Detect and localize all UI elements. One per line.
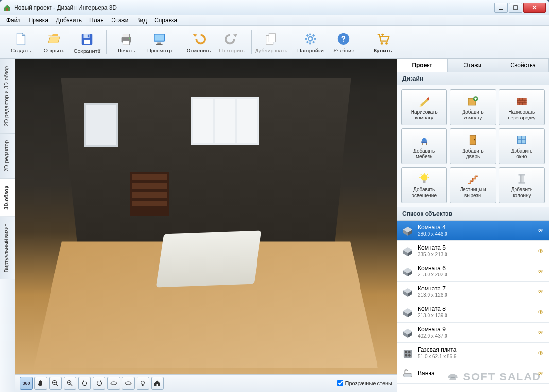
visibility-icon[interactable]: 👁 (537, 289, 545, 295)
object-size: 280.0 x 446.0 (418, 231, 537, 237)
svg-rect-22 (305, 38, 307, 40)
visibility-icon[interactable]: 👁 (537, 248, 545, 255)
menu-item-6[interactable]: Справка (151, 16, 181, 25)
transparent-walls-checkbox[interactable] (337, 380, 343, 386)
visibility-icon[interactable]: 👁 (537, 370, 545, 377)
viewtool-home[interactable] (151, 377, 164, 390)
design-add-column-button[interactable]: Добавитьколонну (499, 167, 545, 203)
object-row[interactable]: Газовая плита51.0 x 62.1 x 86.9 👁 (397, 343, 549, 363)
design-add-door-button[interactable]: Добавитьдверь (450, 128, 496, 164)
open-button[interactable]: Открыть (37, 28, 70, 57)
vtab-2d3d[interactable]: 2D-редактор и 3D-обзор (0, 59, 15, 133)
object-size: 213.0 x 139.0 (418, 313, 537, 319)
design-draw-wall-button[interactable]: Нарисоватьперегородку (499, 89, 545, 125)
svg-rect-9 (123, 40, 129, 44)
obj-room-icon (401, 286, 415, 298)
svg-rect-46 (423, 180, 426, 183)
viewtool-rot-l[interactable] (78, 377, 91, 390)
toolbar-label: Повторить (219, 48, 245, 53)
viewtool-360[interactable]: 360 (20, 377, 33, 390)
transparent-walls-toggle[interactable]: Прозрачные стены (337, 380, 392, 386)
rtab-floors[interactable]: Этажи (448, 59, 498, 72)
save-button[interactable]: Сохранить▼ (70, 28, 103, 57)
toolbar-separator (179, 30, 179, 54)
object-row[interactable]: Комната 6213.0 x 202.0 👁 (397, 261, 549, 282)
objects-list[interactable]: Комната 4280.0 x 446.0 👁 Комната 5335.0 … (397, 221, 549, 392)
design-stairs-button[interactable]: Лестницы ивырезы (450, 167, 496, 203)
visibility-icon[interactable]: 👁 (537, 227, 545, 234)
titlebar[interactable]: Новый проект - Дизайн Интерьера 3D (0, 0, 549, 15)
svg-rect-24 (309, 33, 311, 35)
design-add-furniture-button[interactable]: Добавитьмебель (401, 128, 447, 164)
svg-rect-40 (517, 98, 527, 105)
toolbar-label: Настройки (297, 48, 324, 53)
svg-rect-14 (156, 44, 162, 45)
object-row[interactable]: Комната 5335.0 x 213.0 👁 (397, 241, 549, 261)
minimize-button[interactable] (494, 3, 508, 13)
design-button-label: Добавитькомнату (462, 109, 483, 121)
create-button[interactable]: Создать (4, 28, 37, 57)
menu-item-2[interactable]: Добавить (52, 16, 86, 25)
object-name: Комната 6 (418, 265, 537, 272)
object-row[interactable]: Комната 9402.0 x 437.0 👁 (397, 323, 549, 343)
obj-room-icon (401, 245, 415, 257)
obj-room-icon (401, 266, 415, 277)
settings-button[interactable]: Настройки (294, 28, 327, 57)
viewtool-light[interactable] (137, 377, 149, 390)
tutorial-button[interactable]: ?Учебник (327, 28, 360, 57)
visibility-icon[interactable]: 👁 (537, 268, 545, 275)
preview-button[interactable]: Просмотр (143, 28, 176, 57)
menu-item-3[interactable]: План (86, 16, 107, 25)
toolbar: СоздатьОткрытьСохранить▼ПечатьПросмотрОт… (0, 26, 549, 59)
undo-icon (191, 31, 206, 47)
design-add-window-button[interactable]: Добавитьокно (499, 128, 545, 164)
room-plus-icon (466, 94, 480, 108)
visibility-icon[interactable]: 👁 (537, 329, 545, 336)
object-row[interactable]: Комната 8213.0 x 139.0 👁 (397, 302, 549, 323)
object-row[interactable]: Комната 7213.0 x 126.0 👁 (397, 282, 549, 302)
visibility-icon[interactable]: 👁 (537, 309, 545, 316)
viewtool-orbit-r[interactable] (122, 377, 135, 390)
redo-icon (224, 31, 240, 47)
visibility-icon[interactable]: 👁 (537, 350, 545, 357)
undo-button[interactable]: Отменить (182, 28, 215, 57)
print-button[interactable]: Печать (110, 28, 143, 57)
viewtool-zoomin[interactable] (64, 377, 76, 390)
viewtool-zoomout[interactable] (49, 377, 62, 390)
design-add-room-button[interactable]: Добавитькомнату (450, 89, 496, 125)
3d-scene[interactable] (15, 59, 397, 374)
menu-item-1[interactable]: Правка (25, 16, 52, 25)
object-row[interactable]: Ванна 👁 (397, 363, 549, 384)
close-button[interactable] (523, 3, 546, 13)
object-row[interactable]: Комната 4280.0 x 446.0 👁 (397, 221, 549, 241)
buy-button[interactable]: Купить (366, 28, 399, 57)
rtab-properties[interactable]: Свойства (498, 59, 549, 72)
object-name: Ванна (418, 370, 537, 376)
viewtool-pan[interactable] (34, 377, 47, 390)
toolbar-separator (251, 30, 252, 54)
toolbar-separator (291, 30, 291, 54)
viewtool-orbit-l[interactable] (107, 377, 120, 390)
rtab-project[interactable]: Проект (397, 59, 448, 72)
vtab-2d[interactable]: 2D-редактор (0, 133, 15, 178)
viewtool-rot-r[interactable] (93, 377, 105, 390)
toolbar-label: Сохранить (74, 48, 101, 54)
menu-item-0[interactable]: Файл (2, 16, 25, 25)
vtab-vr[interactable]: Виртуальный визит (0, 217, 15, 279)
svg-rect-0 (6, 8, 8, 11)
svg-rect-13 (157, 42, 161, 44)
menu-item-5[interactable]: Вид (132, 16, 151, 25)
design-buttons-grid: НарисоватькомнатуДобавитькомнатуНарисова… (397, 85, 549, 207)
view-tabs: 2D-редактор и 3D-обзор2D-редактор3D-обзо… (0, 59, 15, 392)
svg-rect-8 (123, 34, 129, 37)
svg-rect-18 (314, 38, 316, 40)
design-draw-room-button[interactable]: Нарисоватькомнату (401, 89, 447, 125)
svg-rect-21 (306, 40, 309, 43)
toolbar-label: Купить (374, 48, 392, 53)
vtab-3d[interactable]: 3D-обзор (0, 178, 15, 217)
design-add-light-button[interactable]: Добавитьосвещение (401, 167, 447, 203)
svg-point-33 (111, 382, 117, 385)
menu-item-4[interactable]: Этажи (107, 16, 132, 25)
monitor-icon (152, 31, 167, 47)
maximize-button[interactable] (509, 3, 522, 13)
